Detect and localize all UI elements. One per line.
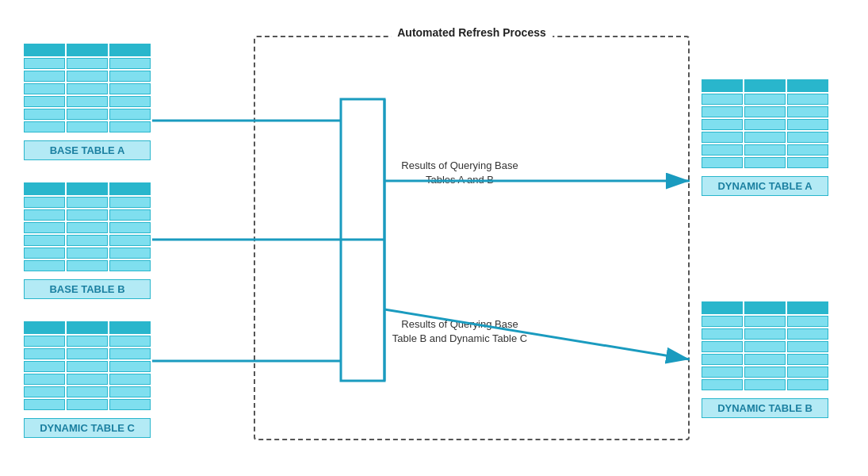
base-table-a-grid (24, 44, 151, 132)
base-table-b-grid (24, 182, 151, 271)
dynamic-table-b: DYNAMIC TABLE B (702, 301, 828, 418)
automated-refresh-box: Automated Refresh Process (254, 36, 690, 440)
result-label-bottom: Results of Querying Base Table B and Dyn… (388, 317, 531, 346)
base-table-a-label: BASE TABLE A (24, 140, 151, 160)
base-table-b: BASE TABLE B (24, 182, 151, 299)
dynamic-table-c: DYNAMIC TABLE C (24, 321, 151, 438)
dynamic-table-a-grid (702, 79, 828, 168)
dashed-box-title: Automated Refresh Process (391, 26, 553, 39)
dynamic-table-c-label: DYNAMIC TABLE C (24, 418, 151, 438)
base-table-b-label: BASE TABLE B (24, 279, 151, 299)
base-table-a: BASE TABLE A (24, 44, 151, 160)
dynamic-table-b-grid (702, 301, 828, 390)
dynamic-table-b-label: DYNAMIC TABLE B (702, 398, 828, 418)
result-label-top: Results of Querying Base Tables A and B (388, 159, 531, 187)
dynamic-table-a: DYNAMIC TABLE A (702, 79, 828, 196)
diagram-container: BASE TABLE A BASE TABLE B DYNAMIC TABLE … (0, 0, 868, 476)
dynamic-table-c-grid (24, 321, 151, 410)
dynamic-table-a-label: DYNAMIC TABLE A (702, 176, 828, 196)
